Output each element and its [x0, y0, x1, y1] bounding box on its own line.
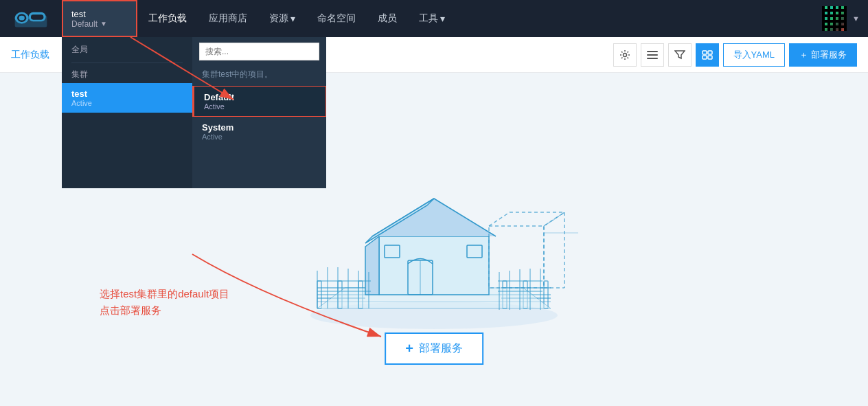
nav-resources[interactable]: 资源 ▾ — [258, 0, 306, 37]
nav-members[interactable]: 成员 — [367, 0, 408, 37]
deploy-service-center-button[interactable]: + 部署服务 — [385, 332, 483, 365]
farm-illustration — [290, 137, 578, 343]
svg-rect-8 — [647, 54, 658, 56]
svg-rect-12 — [703, 56, 707, 59]
nav-tools[interactable]: 工具 ▾ — [408, 0, 456, 37]
cluster-selector-sub: Default ▼ — [71, 19, 107, 29]
svg-rect-11 — [708, 51, 712, 54]
dropdown-project-system[interactable]: System Active — [192, 117, 326, 146]
dropdown-hint: 集群test中的项目。 — [192, 66, 326, 86]
dropdown-project-default[interactable]: Default Active — [192, 86, 326, 117]
chevron-down-icon: ▾ — [290, 13, 295, 24]
plus-icon: ＋ — [799, 49, 808, 61]
svg-point-3 — [19, 16, 25, 21]
deploy-service-button[interactable]: ＋ 部署服务 — [789, 43, 857, 67]
dropdown-project-name-default: Default — [204, 92, 316, 102]
breadcrumb-workload[interactable]: 工作负载 — [11, 49, 49, 61]
dropdown-cluster-status: Active — [71, 99, 183, 107]
group-btn[interactable] — [696, 43, 719, 67]
svg-rect-25 — [489, 226, 544, 288]
nav-appstore[interactable]: 应用商店 — [198, 0, 258, 37]
user-chevron-icon[interactable]: ▼ — [852, 14, 860, 23]
header-right: ▼ — [822, 6, 868, 31]
annotation-text: 选择test集群里的default项目 点击部署服务 — [100, 286, 229, 319]
svg-rect-10 — [703, 51, 707, 54]
dropdown-cluster-section-label: 集群 — [62, 63, 192, 83]
dropdown-cluster-name: test — [71, 89, 183, 99]
dropdown-project-name-system: System — [202, 122, 317, 133]
dropdown-global-label: 全局 — [71, 44, 183, 58]
cluster-dropdown: 全局 集群 test Active 集群test中的项目。 Default Ac… — [62, 37, 326, 188]
logo — [0, 0, 62, 37]
toolbar-right: 导入YAML ＋ 部署服务 — [613, 43, 857, 67]
nav-items: 工作负载 应用商店 资源 ▾ 命名空间 成员 工具 ▾ — [137, 0, 822, 37]
svg-point-6 — [623, 53, 626, 56]
dropdown-cluster-test[interactable]: test Active — [62, 83, 192, 113]
chevron-down-icon: ▼ — [100, 20, 107, 27]
chevron-down-icon: ▾ — [440, 13, 445, 24]
dropdown-global-section: 全局 — [62, 37, 192, 63]
list-view-btn[interactable] — [641, 43, 664, 67]
search-box — [192, 37, 326, 66]
nav-workload[interactable]: 工作负载 — [137, 0, 198, 37]
svg-rect-9 — [647, 58, 658, 59]
dropdown-project-status-system: Active — [202, 133, 317, 141]
cluster-selector-name: test — [71, 9, 86, 19]
nav-namespace[interactable]: 命名空间 — [306, 0, 367, 37]
dropdown-right-panel: 集群test中的项目。 Default Active System Active — [192, 37, 326, 188]
svg-rect-13 — [708, 56, 712, 59]
header: test Default ▼ 工作负载 应用商店 资源 ▾ 命名空间 成员 工具… — [0, 0, 868, 37]
dropdown-project-status-default: Active — [204, 102, 316, 111]
import-yaml-button[interactable]: 导入YAML — [723, 43, 785, 67]
avatar[interactable] — [822, 6, 847, 31]
dropdown-left-panel: 全局 集群 test Active — [62, 37, 192, 188]
settings-icon-btn[interactable] — [613, 43, 637, 67]
plus-icon: + — [405, 341, 413, 357]
svg-rect-7 — [647, 51, 658, 52]
search-input[interactable] — [199, 43, 319, 60]
cluster-selector[interactable]: test Default ▼ — [62, 0, 137, 37]
filter-btn[interactable] — [668, 43, 692, 67]
svg-rect-5 — [31, 14, 43, 19]
